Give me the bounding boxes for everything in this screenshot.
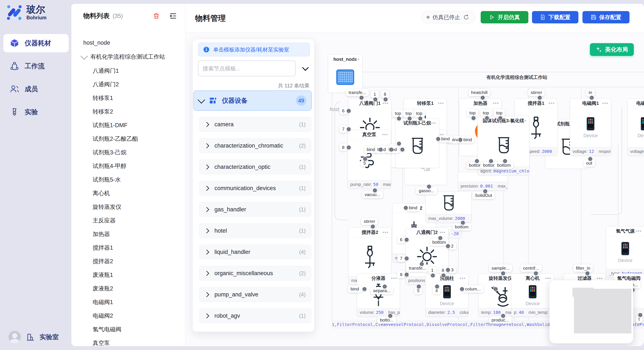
port-handle-icon[interactable]: ‹ bbox=[404, 256, 409, 261]
tree-item-host-node[interactable]: host_node bbox=[71, 36, 185, 49]
port-chip[interactable]: vacuu... bbox=[362, 191, 383, 198]
more-menu-icon[interactable]: ••• bbox=[460, 274, 466, 283]
port-chip[interactable]: top bbox=[392, 110, 404, 117]
port-handle-icon[interactable]: ‹ bbox=[382, 284, 387, 289]
port-handle-icon[interactable]: ‹ bbox=[378, 147, 383, 152]
category-row-organic_miscellaneous[interactable]: organic_miscellaneous(2) bbox=[199, 266, 311, 281]
tree-item[interactable]: 试剂瓶4-甲醇 bbox=[71, 159, 185, 173]
port-handle-icon[interactable]: ‹ bbox=[373, 97, 378, 102]
tree-item[interactable]: 试剂瓶5-水 bbox=[71, 173, 185, 186]
port-chip[interactable]: filter_in bbox=[573, 265, 593, 272]
tree-item[interactable]: 废液瓶2 bbox=[71, 282, 185, 295]
node-host-node[interactable]: host_node••• bbox=[328, 54, 362, 93]
port-handle-icon[interactable]: ‹ bbox=[388, 313, 393, 318]
port-handle-icon[interactable]: ‹ bbox=[346, 145, 351, 150]
search-input[interactable]: 搜索节点模板... bbox=[198, 61, 296, 76]
tree-item[interactable]: 试剂瓶1-DMF bbox=[71, 118, 185, 132]
port-chip[interactable]: sample... bbox=[489, 265, 512, 272]
port-chip[interactable]: 8 bbox=[398, 271, 405, 278]
port-handle-icon[interactable]: ‹ bbox=[416, 284, 421, 289]
port-chip[interactable]: 8 bbox=[340, 144, 347, 151]
node-centrifuge[interactable]: 离心机•••Devicep:40min_temp:4max_spe bbox=[511, 273, 554, 317]
category-row-camera[interactable]: camera(1) bbox=[199, 117, 311, 132]
more-menu-icon[interactable]: ••• bbox=[391, 274, 397, 283]
port-handle-icon[interactable]: ‹ bbox=[419, 262, 424, 266]
port-chip[interactable]: in bbox=[586, 89, 594, 96]
port-chip[interactable]: top bbox=[480, 109, 492, 117]
port-handle-icon[interactable]: ‹ bbox=[400, 147, 405, 152]
port-chip[interactable]: top bbox=[414, 110, 425, 117]
port-chip[interactable]: centrif... bbox=[520, 265, 542, 272]
node-valve-sol-2[interactable]: 电磁阀2•••Devicevoltage:12 bbox=[628, 98, 644, 156]
port-handle-icon[interactable]: ‹ bbox=[501, 313, 506, 318]
refresh-icon[interactable] bbox=[463, 14, 469, 20]
port-handle-icon[interactable]: ‹ bbox=[404, 272, 409, 277]
port-chip[interactable]: transfe... bbox=[406, 265, 429, 272]
sidebar-item-members[interactable]: 成员 bbox=[4, 80, 68, 98]
more-menu-icon[interactable]: ••• bbox=[438, 99, 444, 108]
port-chip[interactable]: 1 bbox=[371, 91, 379, 98]
tree-item[interactable]: 试剂瓶3-己烷 bbox=[71, 146, 185, 159]
more-menu-icon[interactable]: ••• bbox=[493, 99, 499, 108]
more-menu-icon[interactable]: ••• bbox=[548, 99, 555, 108]
port-handle-icon[interactable]: ‹ bbox=[346, 127, 351, 132]
port-chip[interactable]: bind bbox=[439, 135, 452, 143]
sidebar-item-workflow[interactable]: 工作流 bbox=[4, 57, 68, 75]
port-chip[interactable]: 6 bbox=[340, 107, 347, 114]
port-chip[interactable]: separa... bbox=[370, 287, 393, 294]
beautify-layout-button[interactable]: 美化布局 bbox=[590, 43, 634, 56]
port-handle-icon[interactable]: ‹ bbox=[430, 273, 435, 278]
port-chip[interactable]: stirrer bbox=[361, 218, 378, 225]
port-handle-icon[interactable]: ‹ bbox=[363, 157, 368, 161]
download-config-button[interactable]: 下载配置 bbox=[532, 11, 578, 23]
port-chip[interactable]: top bbox=[494, 109, 505, 117]
port-handle-icon[interactable]: ‹ bbox=[493, 287, 498, 292]
tree-item[interactable]: 八通阀门1 bbox=[71, 64, 185, 78]
port-handle-icon[interactable]: ‹ bbox=[589, 95, 594, 100]
port-chip[interactable]: stirrer bbox=[528, 89, 545, 96]
port-handle-icon[interactable]: ‹ bbox=[441, 273, 446, 278]
port-chip[interactable]: transfe... bbox=[346, 89, 369, 96]
port-chip[interactable]: top bbox=[403, 110, 414, 117]
port-chip[interactable]: produc... bbox=[489, 316, 512, 324]
port-handle-icon[interactable]: ‹ bbox=[488, 159, 494, 164]
node-separator[interactable]: 分液器•••volume:250has_phases:true bbox=[357, 273, 400, 317]
more-menu-icon[interactable]: ••• bbox=[636, 226, 642, 236]
tree-item[interactable]: 转移泵2 bbox=[71, 105, 185, 118]
tree-item[interactable]: 电磁阀1 bbox=[71, 295, 185, 309]
tree-item[interactable]: 搅拌器2 bbox=[71, 255, 185, 268]
port-handle-icon[interactable]: ‹ bbox=[436, 137, 440, 141]
port-handle-icon[interactable]: ‹ bbox=[458, 137, 463, 142]
more-menu-icon[interactable]: ••• bbox=[354, 55, 360, 64]
tree-item[interactable]: 真空泵 bbox=[71, 336, 185, 350]
port-handle-icon[interactable]: ‹ bbox=[403, 205, 408, 210]
more-menu-icon[interactable]: ••• bbox=[382, 130, 388, 139]
node-elution-column[interactable]: 洗脱柱•••Devicediameter:2.5column_type:si bbox=[426, 273, 468, 317]
port-chip[interactable]: 1 bbox=[428, 267, 436, 274]
port-chip[interactable]: bind bbox=[406, 204, 420, 211]
port-chip[interactable]: colum... bbox=[462, 285, 484, 293]
tree-item[interactable]: 离心机 bbox=[71, 186, 185, 200]
category-row-pump_and_valve[interactable]: pump_and_valve(4) bbox=[199, 287, 311, 302]
tree-item[interactable]: 转移泵1 bbox=[71, 91, 185, 105]
port-chip[interactable]: 7 bbox=[398, 255, 405, 262]
port-handle-icon[interactable]: ‹ bbox=[585, 271, 590, 276]
port-chip[interactable]: top bbox=[467, 109, 478, 117]
port-handle-icon[interactable]: ‹ bbox=[446, 268, 450, 272]
tree-item[interactable]: 搅拌器1 bbox=[71, 241, 185, 255]
sidebar-item-instruments[interactable]: 仪器耗材 bbox=[4, 34, 68, 52]
port-chip[interactable]: bind bbox=[461, 136, 474, 143]
category-row-robot_agv[interactable]: robot_agv(1) bbox=[199, 308, 311, 323]
node-vacuum-pump[interactable]: 真空泵•••pump_rate:50max_vacuum:0.1 bbox=[348, 130, 391, 189]
category-row-characterization_chromatic[interactable]: characterization_chromatic(2) bbox=[199, 138, 311, 153]
more-menu-icon[interactable]: ••• bbox=[520, 116, 527, 126]
category-row-hotel[interactable]: hotel(1) bbox=[199, 223, 311, 238]
save-config-button[interactable]: 保存配置 bbox=[582, 11, 630, 23]
port-chip[interactable]: gasso... bbox=[416, 187, 437, 194]
tree-item[interactable]: 废液瓶1 bbox=[71, 268, 185, 282]
port-handle-icon[interactable]: ‹ bbox=[372, 188, 377, 193]
port-chip[interactable]: 7 bbox=[340, 126, 347, 133]
port-handle-icon[interactable]: ‹ bbox=[346, 108, 351, 113]
tree-group-workstation[interactable]: 有机化学流程综合测试工作站 bbox=[71, 49, 185, 64]
trash-icon[interactable] bbox=[153, 12, 160, 19]
